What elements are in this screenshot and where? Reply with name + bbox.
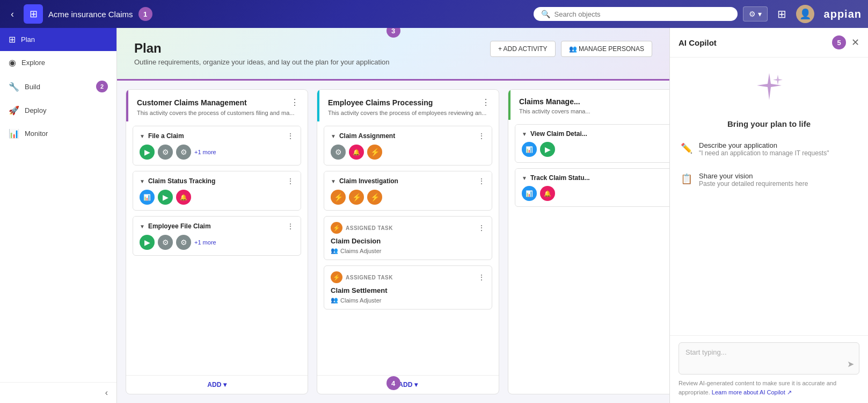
sub-activity-header-file: ▼ File a Claim ⋮ bbox=[133, 126, 301, 145]
sub-activity-icons-investigation: ⚡ ⚡ ⚡ bbox=[324, 190, 492, 210]
sub-activity-claim-investigation: ▼ Claim Investigation ⋮ ⚡ ⚡ ⚡ bbox=[324, 171, 492, 211]
add-activity-button[interactable]: + ADD ACTIVITY bbox=[490, 41, 556, 57]
manage-personas-button[interactable]: 👥 MANAGE PERSONAS bbox=[561, 41, 652, 57]
bell-icon-pink2: 🔔 bbox=[349, 145, 364, 160]
chevron-icon-investigation: ▼ bbox=[331, 178, 336, 184]
bell-icon-pink: 🔔 bbox=[176, 190, 191, 205]
chart-icon-blue2: 📊 bbox=[522, 142, 537, 157]
badge-1: 1 bbox=[138, 7, 152, 21]
assignee-icon-settlement: 👥 bbox=[331, 297, 338, 304]
chevron-icon-assignment: ▼ bbox=[331, 133, 336, 139]
sub-menu-button-assignment[interactable]: ⋮ bbox=[478, 132, 485, 140]
sub-activity-view-claim: ▼ View Claim Detai... 📊 ▶ bbox=[515, 124, 669, 163]
sidebar-item-explore-label: Explore bbox=[21, 59, 45, 67]
activity-column-claims-manage: › Claims Manage... This activity covers … bbox=[508, 89, 669, 394]
process-icon-green4: ▶ bbox=[540, 142, 555, 157]
ai-input-area[interactable]: Start typing... bbox=[679, 342, 859, 375]
sub-activity-header-track: ▼ Track Claim Statu... bbox=[515, 169, 669, 186]
col-header-customer: Customer Claims Management ⋮ This activi… bbox=[126, 90, 308, 121]
ai-disclaimer: Review AI-generated content to make sure… bbox=[679, 379, 859, 397]
plan-title: Plan bbox=[134, 41, 390, 56]
sub-activity-header-empfile: ▼ Employee File Claim ⋮ bbox=[133, 217, 301, 235]
ai-input-wrapper: Start typing... ➤ bbox=[679, 342, 859, 375]
settings-button[interactable]: ⚙ ▾ bbox=[743, 6, 768, 21]
chevron-down-icon: ▾ bbox=[758, 10, 762, 18]
appian-logo: appian bbox=[824, 8, 862, 20]
search-input[interactable] bbox=[555, 10, 730, 18]
grid-button[interactable]: ⊞ bbox=[773, 5, 791, 23]
sidebar-item-build-label: Build bbox=[25, 83, 40, 91]
back-button[interactable]: ‹ bbox=[6, 6, 18, 22]
col-menu-button-customer[interactable]: ⋮ bbox=[290, 97, 299, 107]
search-bar[interactable]: 🔍 bbox=[534, 7, 738, 21]
ai-option-vision: 📋 Share your vision Paste your detailed … bbox=[681, 170, 857, 190]
ai-panel-footer: Start typing... ➤ Review AI-generated co… bbox=[670, 335, 868, 403]
task-menu-button-decision[interactable]: ⋮ bbox=[478, 224, 485, 232]
lightning-icon-orange2: ⚡ bbox=[331, 190, 346, 205]
ai-close-button[interactable]: ✕ bbox=[851, 37, 859, 48]
sidebar-item-explore[interactable]: ◉ Explore bbox=[0, 51, 116, 74]
col-desc-manage: This activity covers mana... bbox=[519, 108, 669, 114]
ai-learn-more-link[interactable]: Learn more about AI Copilot ↗ bbox=[712, 389, 792, 395]
app-icon: ⊞ bbox=[24, 4, 43, 24]
ai-option-describe: ✏️ Describe your application "I need an … bbox=[681, 139, 857, 159]
sub-menu-button-status[interactable]: ⋮ bbox=[287, 177, 294, 185]
more-label-file[interactable]: +1 more bbox=[194, 149, 216, 155]
col-footer-customer: ADD ▾ bbox=[126, 375, 308, 394]
chevron-icon-view: ▼ bbox=[522, 131, 527, 137]
pencil-icon: ✏️ bbox=[681, 142, 692, 154]
sub-activity-icons-empfile: ▶ ⚙ ⚙ +1 more bbox=[133, 235, 301, 255]
sub-activity-claim-status: ▼ Claim Status Tracking ⋮ 📊 ▶ 🔔 bbox=[133, 171, 301, 211]
activities-area: Customer Claims Management ⋮ This activi… bbox=[117, 81, 669, 403]
col-menu-button-employee[interactable]: ⋮ bbox=[482, 97, 490, 107]
plan-icon: ⊞ bbox=[9, 34, 16, 45]
sidebar-item-plan[interactable]: ⊞ Plan bbox=[0, 28, 116, 51]
sub-activity-icons-view: 📊 ▶ bbox=[515, 142, 669, 162]
chart-icon-blue3: 📊 bbox=[522, 186, 537, 201]
add-button-employee[interactable]: ADD ▾ bbox=[398, 381, 417, 388]
plan-subtitle: Outline requirements, organize your idea… bbox=[134, 58, 390, 66]
ai-send-button[interactable]: ➤ bbox=[847, 359, 854, 369]
col-body-manage: ▼ View Claim Detai... 📊 ▶ bbox=[508, 120, 669, 394]
gear-icon-gray2: ⚙ bbox=[176, 145, 191, 160]
sub-activity-header-investigation: ▼ Claim Investigation ⋮ bbox=[324, 171, 492, 190]
sub-activity-employee-file: ▼ Employee File Claim ⋮ ▶ ⚙ ⚙ +1 more bbox=[133, 216, 301, 256]
col-header-manage: Claims Manage... This activity covers ma… bbox=[508, 90, 669, 120]
ai-vision-label: Share your vision bbox=[699, 172, 808, 180]
more-label-empfile[interactable]: +1 more bbox=[194, 239, 216, 246]
build-badge: 2 bbox=[96, 81, 108, 92]
col-footer-employee: ADD ▾ bbox=[317, 375, 499, 394]
sub-activity-header-assignment: ▼ Claim Assignment ⋮ bbox=[324, 126, 492, 145]
sub-menu-button-empfile[interactable]: ⋮ bbox=[287, 222, 294, 231]
clipboard-icon: 📋 bbox=[681, 173, 692, 185]
activity-column-customer: Customer Claims Management ⋮ This activi… bbox=[126, 89, 308, 394]
sub-menu-button-investigation[interactable]: ⋮ bbox=[478, 177, 485, 185]
sub-activity-title-investigation: ▼ Claim Investigation bbox=[331, 177, 398, 185]
col-title-employee: Employee Claims Processing ⋮ bbox=[328, 97, 490, 107]
task-title-settlement: Claim Settlement bbox=[331, 286, 485, 294]
col-header-employee: Employee Claims Processing ⋮ This activi… bbox=[317, 90, 499, 121]
task-badge-settlement: ⚡ ASSIGNED TASK ⋮ bbox=[331, 271, 485, 283]
ai-tagline: Bring your plan to life bbox=[727, 119, 811, 128]
sidebar-item-monitor[interactable]: 📊 Monitor bbox=[0, 122, 116, 145]
sub-menu-button-file[interactable]: ⋮ bbox=[287, 132, 294, 140]
sub-activity-title-track: ▼ Track Claim Statu... bbox=[522, 174, 590, 182]
sidebar-bottom: ‹ bbox=[0, 382, 116, 403]
chevron-icon: ▼ bbox=[140, 133, 145, 139]
sub-activity-header-status: ▼ Claim Status Tracking ⋮ bbox=[133, 171, 301, 190]
sidebar-item-deploy[interactable]: 🚀 Deploy bbox=[0, 99, 116, 122]
col-title-customer: Customer Claims Management ⋮ bbox=[137, 97, 299, 107]
chevron-icon-empfile: ▼ bbox=[140, 224, 145, 229]
plan-header-info: Plan Outline requirements, organize your… bbox=[134, 41, 390, 66]
app-title: Acme insurance Claims bbox=[48, 10, 133, 19]
task-menu-button-settlement[interactable]: ⋮ bbox=[478, 273, 485, 282]
avatar: 👤 bbox=[796, 5, 814, 23]
deploy-icon: 🚀 bbox=[9, 105, 19, 116]
add-button-customer[interactable]: ADD ▾ bbox=[207, 381, 226, 388]
sidebar-collapse-button[interactable]: ‹ bbox=[105, 388, 108, 398]
sidebar-item-build[interactable]: 🔧 Build 2 bbox=[0, 74, 116, 99]
plan-header: 3 Plan Outline requirements, organize yo… bbox=[117, 28, 669, 81]
build-icon: 🔧 bbox=[9, 82, 19, 92]
badge-3: 3 bbox=[386, 28, 400, 38]
task-title-decision: Claim Decision bbox=[331, 237, 485, 245]
